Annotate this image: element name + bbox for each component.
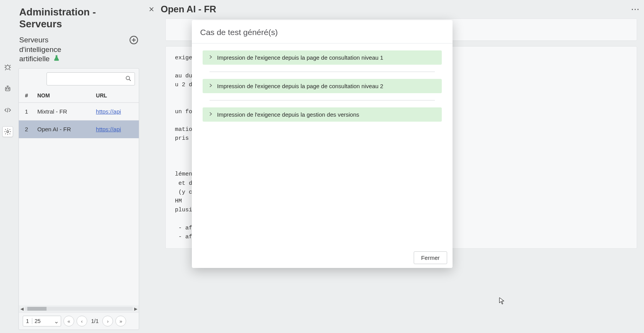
- dialog-title: Cas de test généré(s): [192, 20, 453, 44]
- separator: [210, 100, 435, 100]
- nav-rail: [0, 0, 15, 333]
- scroll-thumb[interactable]: [27, 307, 47, 311]
- robot-icon[interactable]: [2, 83, 13, 94]
- pager: 1 25 ⌄ « ‹ 1/1 › »: [19, 312, 139, 330]
- more-menu-button[interactable]: ⋯: [631, 4, 640, 14]
- svg-point-6: [126, 76, 130, 80]
- chevron-right-icon: [208, 111, 213, 118]
- bug-icon[interactable]: [2, 62, 13, 72]
- page-info: 1/1: [91, 318, 98, 324]
- tab-title: Open AI - FR: [161, 4, 216, 15]
- first-page-button[interactable]: «: [63, 316, 74, 326]
- svg-point-0: [6, 65, 10, 69]
- prev-page-button[interactable]: ‹: [77, 316, 87, 326]
- col-url[interactable]: URL: [93, 89, 139, 103]
- col-num[interactable]: #: [19, 89, 34, 103]
- section-title: Serveurs d'intelligence artificielle: [19, 35, 88, 64]
- table-row[interactable]: 2 Open AI - FR https://api: [19, 120, 139, 138]
- svg-point-3: [8, 89, 9, 89]
- code-icon[interactable]: [2, 105, 13, 115]
- chevron-right-icon: [208, 83, 213, 89]
- search-input[interactable]: [47, 72, 135, 85]
- left-panel: Administration - Serveurs Serveurs d'int…: [15, 0, 142, 333]
- server-table: # NOM URL 1 Mixtral - FR https://api 2 O…: [19, 89, 139, 138]
- next-page-button[interactable]: ›: [102, 316, 113, 326]
- gear-icon[interactable]: [2, 126, 13, 137]
- col-nom[interactable]: NOM: [34, 89, 93, 103]
- search-icon[interactable]: [125, 75, 132, 84]
- server-list-card: # NOM URL 1 Mixtral - FR https://api 2 O…: [18, 68, 139, 330]
- horizontal-scrollbar[interactable]: ◀ ▶: [19, 305, 139, 312]
- scroll-left-icon[interactable]: ◀: [19, 306, 25, 311]
- page-size-select[interactable]: 1 25 ⌄: [23, 316, 61, 326]
- test-case-item[interactable]: Impression de l'exigence depuis la gesti…: [203, 107, 442, 122]
- close-dialog-button[interactable]: Fermer: [414, 251, 447, 264]
- separator: [210, 72, 435, 72]
- last-page-button[interactable]: »: [115, 316, 126, 326]
- chevron-down-icon: ⌄: [52, 318, 61, 325]
- table-row[interactable]: 1 Mixtral - FR https://api: [19, 102, 139, 120]
- generated-test-cases-dialog: Cas de test généré(s) Impression de l'ex…: [192, 20, 453, 268]
- url-link[interactable]: https://api: [96, 126, 121, 132]
- svg-point-2: [6, 89, 7, 89]
- scroll-right-icon[interactable]: ▶: [133, 306, 139, 311]
- close-tab-button[interactable]: [146, 4, 157, 15]
- add-button[interactable]: [129, 35, 138, 46]
- svg-point-4: [7, 131, 9, 133]
- beaker-icon: [53, 55, 60, 64]
- page-title: Administration - Serveurs: [18, 4, 139, 35]
- test-case-item[interactable]: Impression de l'exigence depuis la page …: [203, 50, 442, 65]
- url-link[interactable]: https://api: [96, 108, 121, 115]
- test-case-item[interactable]: Impression de l'exigence depuis la page …: [203, 79, 442, 93]
- chevron-right-icon: [208, 54, 213, 61]
- tab-bar: Open AI - FR ⋯: [142, 0, 644, 18]
